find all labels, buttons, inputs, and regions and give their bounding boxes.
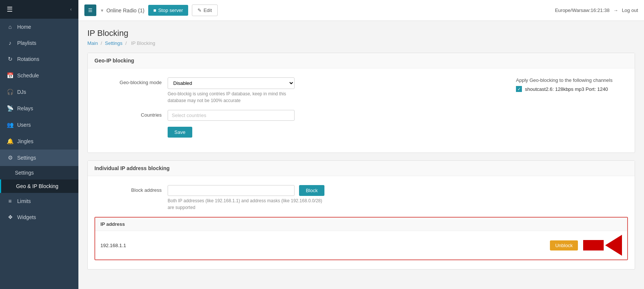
hamburger-icon: ☰ bbox=[7, 5, 13, 13]
sidebar-item-settings[interactable]: ⚙ Settings bbox=[0, 150, 78, 166]
hamburger-topbar-button[interactable]: ☰ bbox=[84, 4, 96, 16]
main-area: ☰ ▼ Online Radio (1) ■ Stop server ✎ Edi… bbox=[78, 0, 644, 289]
logout-link[interactable]: Log out bbox=[622, 7, 638, 13]
sidebar: ☰ ‹ ⌂ Home ♪ Playlists ↻ Rotations 📅 Sch… bbox=[0, 0, 78, 289]
sidebar-item-home-label: Home bbox=[17, 24, 31, 30]
topbar-brand: ▼ Online Radio (1) bbox=[100, 7, 144, 13]
sidebar-submenu-settings: Settings Geo & IP Blocking bbox=[0, 166, 78, 193]
countries-label: Countries bbox=[94, 110, 162, 118]
djs-icon: 🎧 bbox=[7, 89, 13, 95]
widgets-icon: ❖ bbox=[7, 214, 13, 221]
geo-mode-hint: Geo-blockig is using contries IP databas… bbox=[168, 90, 295, 104]
topbar: ☰ ▼ Online Radio (1) ■ Stop server ✎ Edi… bbox=[78, 0, 644, 21]
sidebar-geo-sublabel: Geo & IP Blocking bbox=[16, 183, 58, 189]
home-icon: ⌂ bbox=[7, 24, 13, 30]
sidebar-item-relays[interactable]: 📡 Relays bbox=[0, 100, 78, 117]
geo-mode-select-wrap: Disabled Whitelist Blacklist Geo-blockig… bbox=[168, 77, 295, 104]
countries-input[interactable] bbox=[168, 110, 295, 121]
sidebar-item-rotations-label: Rotations bbox=[17, 56, 39, 62]
breadcrumb-sep2: / bbox=[125, 40, 127, 46]
ip-blocking-section: Individual IP address blocking Block add… bbox=[87, 160, 635, 270]
block-address-input[interactable] bbox=[168, 185, 295, 196]
sidebar-item-djs-label: DJs bbox=[17, 89, 26, 95]
edit-button[interactable]: ✎ Edit bbox=[192, 4, 217, 16]
sidebar-item-settings-settings[interactable]: Settings bbox=[0, 166, 78, 179]
limits-icon: ≡ bbox=[7, 198, 13, 204]
ip-action-cell: Unblock bbox=[550, 235, 622, 256]
geo-form-content: Geo-blocking mode Disabled Whitelist Bla… bbox=[94, 77, 628, 144]
stop-button-label: Stop server bbox=[158, 7, 183, 13]
sidebar-item-schedule-label: Schedule bbox=[17, 73, 39, 79]
collapse-icon: ‹ bbox=[70, 7, 72, 12]
block-hint: Both IP addresses (like 192.168.1.1) and… bbox=[168, 197, 324, 211]
red-arrow-indicator bbox=[584, 235, 622, 256]
breadcrumb-settings[interactable]: Settings bbox=[105, 40, 122, 46]
sidebar-item-widgets-label: Widgets bbox=[17, 214, 36, 220]
save-row: Save bbox=[94, 127, 508, 138]
countries-row: Countries bbox=[94, 110, 508, 121]
block-input-row: Block bbox=[168, 185, 324, 196]
channel-name: shoutcast2.6: 128kbps mp3 Port: 1240 bbox=[525, 86, 608, 92]
block-address-row: Block address Block Both IP addresses (l… bbox=[94, 185, 628, 211]
users-icon: 👥 bbox=[7, 122, 13, 128]
sidebar-item-jingles-label: Jingles bbox=[17, 138, 34, 144]
settings-icon: ⚙ bbox=[7, 154, 13, 161]
sidebar-item-home[interactable]: ⌂ Home bbox=[0, 19, 78, 35]
sidebar-item-settings-label: Settings bbox=[17, 155, 36, 161]
breadcrumb: Main / Settings / IP Blocking bbox=[87, 40, 635, 46]
arrow-right-icon: → bbox=[613, 7, 618, 13]
geo-ip-section-header: Geo-IP blocking bbox=[88, 53, 635, 68]
sidebar-item-jingles[interactable]: 🔔 Jingles bbox=[0, 133, 78, 150]
block-button[interactable]: Block bbox=[299, 185, 324, 196]
block-input-outer bbox=[168, 185, 295, 196]
jingles-icon: 🔔 bbox=[7, 138, 13, 145]
edit-button-label: Edit bbox=[203, 7, 212, 13]
playlists-icon: ♪ bbox=[7, 40, 13, 46]
ip-table: IP address 192.168.1.1 Unblock bbox=[94, 217, 628, 260]
sidebar-toggle[interactable]: ☰ ‹ bbox=[0, 0, 78, 19]
sidebar-item-relays-label: Relays bbox=[17, 105, 33, 111]
sidebar-item-users[interactable]: 👥 Users bbox=[0, 117, 78, 133]
arrow-head bbox=[605, 235, 622, 256]
dropdown-arrow-icon: ▼ bbox=[100, 8, 104, 13]
save-label-spacer bbox=[94, 127, 162, 129]
ip-blocking-section-body: Block address Block Both IP addresses (l… bbox=[88, 176, 635, 269]
channel-section-label: Apply Geo-blocking to the following chan… bbox=[516, 77, 628, 83]
sidebar-settings-sublabel: Settings bbox=[15, 170, 34, 176]
sidebar-item-rotations[interactable]: ↻ Rotations bbox=[0, 51, 78, 67]
ip-address-cell: 192.168.1.1 bbox=[100, 243, 546, 248]
countries-input-wrap bbox=[168, 110, 295, 121]
sidebar-item-schedule[interactable]: 📅 Schedule bbox=[0, 67, 78, 84]
geo-mode-row: Geo-blocking mode Disabled Whitelist Bla… bbox=[94, 77, 508, 104]
save-button[interactable]: Save bbox=[168, 127, 192, 138]
table-row: 192.168.1.1 Unblock bbox=[95, 231, 627, 259]
sidebar-item-playlists[interactable]: ♪ Playlists bbox=[0, 35, 78, 51]
sidebar-item-widgets[interactable]: ❖ Widgets bbox=[0, 209, 78, 225]
topbar-right: Europe/Warsaw:16:21:38 → Log out bbox=[555, 7, 638, 13]
sidebar-item-users-label: Users bbox=[17, 122, 31, 128]
arrow-body bbox=[583, 240, 604, 250]
ip-address-value: 192.168.1.1 bbox=[100, 243, 126, 248]
timestamp: Europe/Warsaw:16:21:38 bbox=[555, 7, 609, 13]
sidebar-item-djs[interactable]: 🎧 DJs bbox=[0, 84, 78, 100]
rotations-icon: ↻ bbox=[7, 56, 13, 62]
sidebar-item-limits[interactable]: ≡ Limits bbox=[0, 193, 78, 209]
unblock-button[interactable]: Unblock bbox=[550, 240, 578, 250]
geo-mode-label: Geo-blocking mode bbox=[94, 77, 162, 85]
sidebar-item-geo-blocking[interactable]: Geo & IP Blocking bbox=[0, 179, 78, 193]
topbar-left: ☰ ▼ Online Radio (1) ■ Stop server ✎ Edi… bbox=[84, 4, 218, 16]
channel-checkbox-icon[interactable]: ✓ bbox=[516, 86, 522, 92]
schedule-icon: 📅 bbox=[7, 72, 13, 79]
page-title: IP Blocking bbox=[87, 28, 635, 38]
breadcrumb-main[interactable]: Main bbox=[87, 40, 98, 46]
stop-server-button[interactable]: ■ Stop server bbox=[148, 5, 188, 16]
channel-checkbox: ✓ shoutcast2.6: 128kbps mp3 Port: 1240 bbox=[516, 86, 628, 92]
menu-icon: ☰ bbox=[88, 7, 93, 13]
block-address-wrap: Block Both IP addresses (like 192.168.1.… bbox=[168, 185, 324, 211]
geo-channel-section: Apply Geo-blocking to the following chan… bbox=[508, 77, 628, 92]
geo-mode-select[interactable]: Disabled Whitelist Blacklist bbox=[168, 77, 295, 89]
breadcrumb-sep1: / bbox=[101, 40, 102, 46]
ip-table-header: IP address bbox=[95, 218, 627, 231]
geo-ip-section-body: Geo-blocking mode Disabled Whitelist Bla… bbox=[88, 68, 635, 153]
sidebar-item-limits-label: Limits bbox=[17, 198, 31, 204]
